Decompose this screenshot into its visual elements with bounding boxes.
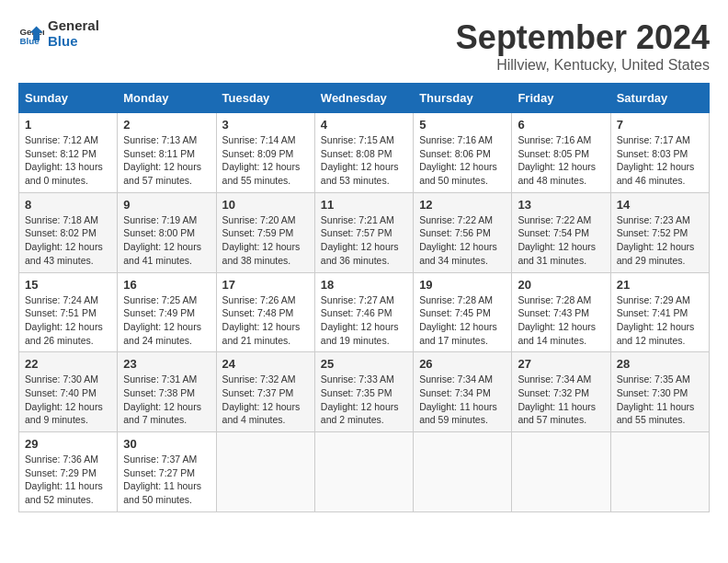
day-number: 30 [123, 437, 210, 451]
calendar-cell [314, 432, 413, 512]
day-number: 10 [222, 198, 309, 212]
calendar-week-row: 8Sunrise: 7:18 AM Sunset: 8:02 PM Daylig… [19, 192, 710, 272]
day-number: 3 [222, 118, 309, 132]
calendar-cell: 16Sunrise: 7:25 AM Sunset: 7:49 PM Dayli… [118, 272, 216, 352]
calendar-cell: 8Sunrise: 7:18 AM Sunset: 8:02 PM Daylig… [19, 192, 118, 272]
header-sunday: Sunday [19, 84, 118, 113]
calendar-cell: 13Sunrise: 7:22 AM Sunset: 7:54 PM Dayli… [512, 192, 610, 272]
day-info: Sunrise: 7:20 AM Sunset: 7:59 PM Dayligh… [222, 213, 309, 268]
calendar-cell: 25Sunrise: 7:33 AM Sunset: 7:35 PM Dayli… [314, 352, 413, 432]
day-info: Sunrise: 7:12 AM Sunset: 8:12 PM Dayligh… [25, 133, 111, 188]
calendar-table: SundayMondayTuesdayWednesdayThursdayFrid… [18, 83, 710, 512]
day-info: Sunrise: 7:23 AM Sunset: 7:52 PM Dayligh… [617, 213, 703, 268]
header-thursday: Thursday [414, 84, 512, 113]
day-info: Sunrise: 7:24 AM Sunset: 7:51 PM Dayligh… [25, 293, 111, 348]
calendar-cell: 18Sunrise: 7:27 AM Sunset: 7:46 PM Dayli… [314, 272, 413, 352]
day-info: Sunrise: 7:26 AM Sunset: 7:48 PM Dayligh… [222, 293, 309, 348]
day-info: Sunrise: 7:16 AM Sunset: 8:05 PM Dayligh… [518, 133, 604, 188]
day-info: Sunrise: 7:18 AM Sunset: 8:02 PM Dayligh… [25, 213, 111, 268]
calendar-cell: 3Sunrise: 7:14 AM Sunset: 8:09 PM Daylig… [216, 113, 314, 193]
logo-icon: General Blue [18, 21, 44, 47]
calendar-cell: 10Sunrise: 7:20 AM Sunset: 7:59 PM Dayli… [216, 192, 314, 272]
day-info: Sunrise: 7:22 AM Sunset: 7:56 PM Dayligh… [419, 213, 506, 268]
header-tuesday: Tuesday [216, 84, 314, 113]
day-info: Sunrise: 7:34 AM Sunset: 7:32 PM Dayligh… [518, 373, 604, 427]
day-number: 29 [25, 437, 111, 451]
calendar-cell: 22Sunrise: 7:30 AM Sunset: 7:40 PM Dayli… [19, 352, 118, 432]
calendar-cell: 11Sunrise: 7:21 AM Sunset: 7:57 PM Dayli… [314, 192, 413, 272]
calendar-cell: 5Sunrise: 7:16 AM Sunset: 8:06 PM Daylig… [414, 113, 512, 193]
calendar-week-row: 1Sunrise: 7:12 AM Sunset: 8:12 PM Daylig… [19, 113, 710, 193]
day-info: Sunrise: 7:16 AM Sunset: 8:06 PM Dayligh… [419, 133, 506, 188]
calendar-cell: 1Sunrise: 7:12 AM Sunset: 8:12 PM Daylig… [19, 113, 118, 193]
calendar-cell: 6Sunrise: 7:16 AM Sunset: 8:05 PM Daylig… [512, 113, 610, 193]
calendar-cell: 12Sunrise: 7:22 AM Sunset: 7:56 PM Dayli… [414, 192, 512, 272]
day-info: Sunrise: 7:25 AM Sunset: 7:49 PM Dayligh… [123, 293, 210, 348]
day-info: Sunrise: 7:31 AM Sunset: 7:38 PM Dayligh… [123, 373, 210, 427]
calendar-week-row: 15Sunrise: 7:24 AM Sunset: 7:51 PM Dayli… [19, 272, 710, 352]
day-info: Sunrise: 7:28 AM Sunset: 7:45 PM Dayligh… [419, 293, 506, 348]
day-info: Sunrise: 7:33 AM Sunset: 7:35 PM Dayligh… [321, 373, 407, 427]
logo: General Blue General Blue [18, 18, 99, 49]
day-info: Sunrise: 7:17 AM Sunset: 8:03 PM Dayligh… [617, 133, 703, 188]
calendar-cell: 9Sunrise: 7:19 AM Sunset: 8:00 PM Daylig… [118, 192, 216, 272]
header-wednesday: Wednesday [314, 84, 413, 113]
header-friday: Friday [512, 84, 610, 113]
calendar-cell [216, 432, 314, 512]
day-number: 25 [321, 357, 407, 371]
calendar-cell: 17Sunrise: 7:26 AM Sunset: 7:48 PM Dayli… [216, 272, 314, 352]
calendar-week-row: 22Sunrise: 7:30 AM Sunset: 7:40 PM Dayli… [19, 352, 710, 432]
day-info: Sunrise: 7:15 AM Sunset: 8:08 PM Dayligh… [321, 133, 407, 188]
day-number: 21 [617, 278, 703, 292]
day-number: 4 [321, 118, 407, 132]
day-number: 17 [222, 278, 309, 292]
calendar-cell [610, 432, 709, 512]
day-number: 19 [419, 278, 506, 292]
header-monday: Monday [118, 84, 216, 113]
calendar-cell: 4Sunrise: 7:15 AM Sunset: 8:08 PM Daylig… [314, 113, 413, 193]
calendar-cell: 29Sunrise: 7:36 AM Sunset: 7:29 PM Dayli… [19, 432, 118, 512]
calendar-cell: 30Sunrise: 7:37 AM Sunset: 7:27 PM Dayli… [118, 432, 216, 512]
day-number: 8 [25, 198, 111, 212]
day-info: Sunrise: 7:21 AM Sunset: 7:57 PM Dayligh… [321, 213, 407, 268]
day-number: 20 [518, 278, 604, 292]
day-info: Sunrise: 7:14 AM Sunset: 8:09 PM Dayligh… [222, 133, 309, 188]
calendar-cell [512, 432, 610, 512]
page-header: General Blue General Blue September 2024… [18, 18, 710, 74]
day-number: 9 [123, 198, 210, 212]
day-number: 27 [518, 357, 604, 371]
calendar-cell: 27Sunrise: 7:34 AM Sunset: 7:32 PM Dayli… [512, 352, 610, 432]
logo-general-text: General [48, 18, 99, 34]
day-info: Sunrise: 7:22 AM Sunset: 7:54 PM Dayligh… [518, 213, 604, 268]
day-number: 14 [617, 198, 703, 212]
day-number: 24 [222, 357, 309, 371]
calendar-cell: 15Sunrise: 7:24 AM Sunset: 7:51 PM Dayli… [19, 272, 118, 352]
day-info: Sunrise: 7:30 AM Sunset: 7:40 PM Dayligh… [25, 373, 111, 427]
calendar-cell: 2Sunrise: 7:13 AM Sunset: 8:11 PM Daylig… [118, 113, 216, 193]
calendar-cell: 14Sunrise: 7:23 AM Sunset: 7:52 PM Dayli… [610, 192, 709, 272]
calendar-cell: 26Sunrise: 7:34 AM Sunset: 7:34 PM Dayli… [414, 352, 512, 432]
day-number: 1 [25, 118, 111, 132]
day-number: 26 [419, 357, 506, 371]
day-info: Sunrise: 7:28 AM Sunset: 7:43 PM Dayligh… [518, 293, 604, 348]
calendar-cell: 24Sunrise: 7:32 AM Sunset: 7:37 PM Dayli… [216, 352, 314, 432]
calendar-cell: 21Sunrise: 7:29 AM Sunset: 7:41 PM Dayli… [610, 272, 709, 352]
calendar-cell: 28Sunrise: 7:35 AM Sunset: 7:30 PM Dayli… [610, 352, 709, 432]
day-number: 28 [617, 357, 703, 371]
calendar-title: September 2024 [456, 18, 710, 57]
calendar-cell: 19Sunrise: 7:28 AM Sunset: 7:45 PM Dayli… [414, 272, 512, 352]
day-info: Sunrise: 7:29 AM Sunset: 7:41 PM Dayligh… [617, 293, 703, 348]
day-number: 15 [25, 278, 111, 292]
day-info: Sunrise: 7:19 AM Sunset: 8:00 PM Dayligh… [123, 213, 210, 268]
day-info: Sunrise: 7:35 AM Sunset: 7:30 PM Dayligh… [617, 373, 703, 427]
calendar-cell: 20Sunrise: 7:28 AM Sunset: 7:43 PM Dayli… [512, 272, 610, 352]
day-number: 7 [617, 118, 703, 132]
calendar-header-row: SundayMondayTuesdayWednesdayThursdayFrid… [19, 84, 710, 113]
day-number: 18 [321, 278, 407, 292]
day-info: Sunrise: 7:36 AM Sunset: 7:29 PM Dayligh… [25, 453, 111, 507]
day-number: 12 [419, 198, 506, 212]
calendar-cell [414, 432, 512, 512]
day-number: 5 [419, 118, 506, 132]
day-number: 22 [25, 357, 111, 371]
day-number: 23 [123, 357, 210, 371]
